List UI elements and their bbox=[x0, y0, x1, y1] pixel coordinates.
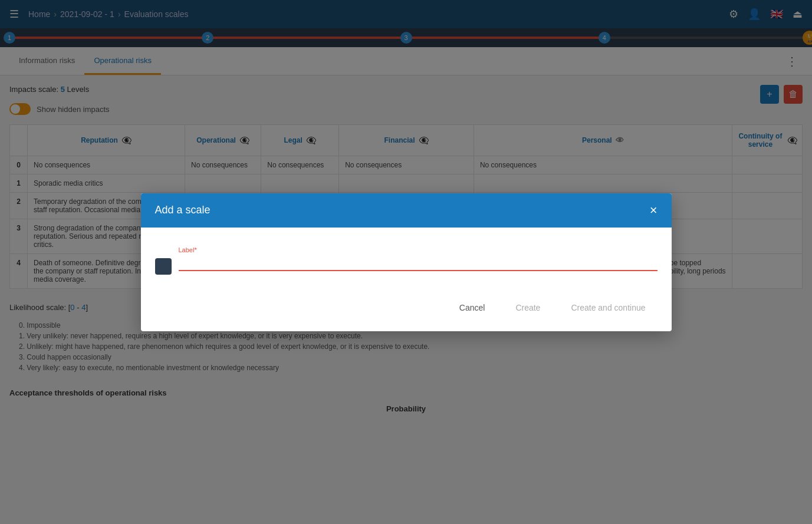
color-picker-swatch[interactable] bbox=[155, 258, 172, 275]
form-group: Label* bbox=[155, 246, 658, 275]
modal-header: Add a scale × bbox=[141, 193, 672, 228]
label-input[interactable] bbox=[179, 256, 658, 271]
modal: Add a scale × Label* Cancel Create Creat… bbox=[141, 193, 672, 331]
required-indicator: * bbox=[194, 246, 196, 253]
field-label: Label* bbox=[179, 246, 658, 253]
modal-close-button[interactable]: × bbox=[650, 204, 658, 217]
create-and-continue-button[interactable]: Create and continue bbox=[559, 298, 657, 317]
cancel-button[interactable]: Cancel bbox=[448, 298, 497, 317]
field-wrapper: Label* bbox=[179, 246, 658, 271]
modal-body: Label* bbox=[141, 228, 672, 289]
modal-title: Add a scale bbox=[155, 204, 211, 216]
create-button[interactable]: Create bbox=[504, 298, 552, 317]
modal-overlay[interactable]: Add a scale × Label* Cancel Create Creat… bbox=[0, 0, 812, 524]
modal-footer: Cancel Create Create and continue bbox=[141, 289, 672, 331]
